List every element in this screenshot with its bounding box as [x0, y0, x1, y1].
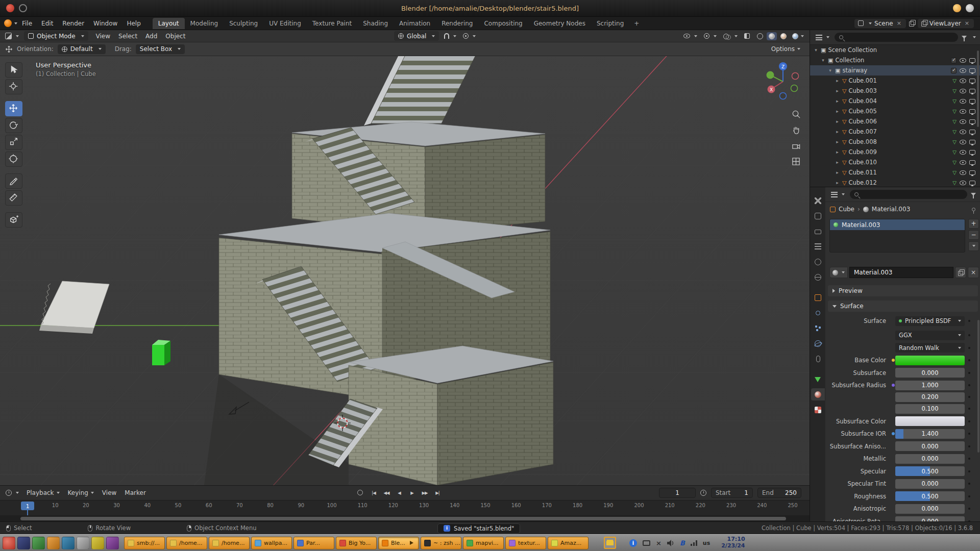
- window-menu-icon[interactable]: [19, 4, 27, 12]
- properties-search-input[interactable]: [850, 190, 967, 199]
- taskbar-button-zsh[interactable]: ~ : zsh ...: [421, 537, 461, 549]
- breadcrumb-material[interactable]: Material.003: [872, 206, 910, 213]
- hide-in-viewport-icon[interactable]: [960, 68, 966, 73]
- disable-in-viewports-icon[interactable]: [969, 99, 975, 104]
- options-dropdown[interactable]: Options: [767, 44, 804, 54]
- viewport-scene[interactable]: [0, 56, 810, 485]
- transform-tool-button[interactable]: [5, 152, 22, 167]
- disclosure-icon[interactable]: ▸: [835, 149, 840, 155]
- taskbar-button-home[interactable]: /home...: [166, 537, 207, 549]
- viewport-menu-view[interactable]: View: [92, 32, 114, 41]
- animate-dot[interactable]: [968, 359, 970, 361]
- app-launcher-icon-8[interactable]: [106, 537, 119, 549]
- tab-uv-editing[interactable]: UV Editing: [263, 18, 307, 29]
- scale-tool-button[interactable]: [5, 135, 22, 150]
- properties-tab-object-data[interactable]: [811, 373, 825, 385]
- properties-tab-constraints[interactable]: [811, 353, 825, 365]
- window-app-icon[interactable]: [6, 4, 14, 12]
- surface-section-header[interactable]: Surface: [828, 300, 978, 312]
- taskbar-button-mapvi[interactable]: mapvi...: [463, 537, 504, 549]
- properties-tab-tool[interactable]: [811, 194, 825, 207]
- tab-compositing[interactable]: Compositing: [478, 18, 528, 29]
- drag-setting-dropdown[interactable]: Select Box: [136, 44, 185, 54]
- hide-in-viewport-icon[interactable]: [960, 58, 966, 63]
- disclosure-icon[interactable]: ▸: [835, 129, 840, 134]
- disable-in-viewports-icon[interactable]: [969, 181, 975, 185]
- taskbar-button-wallpa[interactable]: wallpa...: [251, 537, 292, 549]
- outliner-scrollbar[interactable]: [977, 51, 979, 127]
- shading-wireframe-button[interactable]: [755, 32, 765, 40]
- taskbar-button-home[interactable]: /home...: [209, 537, 250, 549]
- overlays-toggle[interactable]: [722, 33, 739, 40]
- measure-tool-button[interactable]: [5, 190, 22, 206]
- viewlayer-selector[interactable]: ViewLayer ×: [918, 19, 974, 28]
- toggle-ortho-button[interactable]: [789, 155, 802, 168]
- tab-layout[interactable]: Layout: [153, 18, 185, 29]
- animate-dot[interactable]: [968, 408, 970, 410]
- properties-tab-material[interactable]: [811, 388, 825, 400]
- start-frame-field[interactable]: Start1: [711, 488, 753, 498]
- xray-toggle[interactable]: [743, 32, 751, 40]
- disable-in-viewports-icon[interactable]: [969, 130, 975, 134]
- tray-cut-icon[interactable]: ×: [656, 539, 662, 547]
- shading-rendered-button[interactable]: [790, 32, 806, 40]
- disable-in-viewports-icon[interactable]: [969, 160, 975, 165]
- play-button[interactable]: ▶: [407, 488, 417, 498]
- disclosure-icon[interactable]: ▸: [835, 78, 840, 83]
- animate-dot[interactable]: [968, 520, 970, 522]
- select-box-tool-button[interactable]: [5, 62, 22, 78]
- collection-checkbox[interactable]: [951, 68, 957, 73]
- next-keyframe-button[interactable]: ▶▶: [420, 488, 430, 498]
- collection-checkbox[interactable]: [951, 58, 957, 63]
- prop-widget-subsurface-aniso[interactable]: 0.000: [895, 441, 965, 451]
- tray-bluetooth-icon[interactable]: B: [680, 539, 685, 547]
- outliner-row-cube-007[interactable]: ▸▽Cube.007▽: [810, 127, 980, 137]
- animate-dot[interactable]: [968, 470, 970, 472]
- prop-widget-anisotropic-rota[interactable]: 0.000: [895, 516, 965, 521]
- tab-animation[interactable]: Animation: [394, 18, 436, 29]
- properties-tab-physics[interactable]: [811, 337, 825, 349]
- add-workspace-button[interactable]: +: [629, 19, 644, 28]
- gizmos-toggle[interactable]: [702, 32, 718, 40]
- disclosure-icon[interactable]: ▸: [835, 119, 840, 124]
- disable-in-viewports-icon[interactable]: [969, 119, 975, 124]
- tray-network-icon[interactable]: [691, 540, 697, 546]
- cursor-tool-button[interactable]: [5, 79, 22, 94]
- outliner-row-cube-003[interactable]: ▸▽Cube.003▽: [810, 86, 980, 96]
- prop-widget-roughness[interactable]: 0.500: [895, 491, 965, 501]
- disclosure-icon[interactable]: ▸: [835, 170, 840, 175]
- prop-widget-anisotropic[interactable]: 0.000: [895, 504, 965, 514]
- tray-info-icon[interactable]: i: [629, 539, 637, 547]
- color-swatch-subsurface-color[interactable]: [895, 416, 965, 426]
- decorator-dot[interactable]: [892, 359, 895, 362]
- jump-to-start-button[interactable]: |◀: [369, 488, 379, 498]
- taskbar-button-textur[interactable]: textur...: [505, 537, 546, 549]
- viewport-menu-add[interactable]: Add: [141, 32, 161, 41]
- prop-widget-metallic[interactable]: 0.000: [895, 454, 965, 464]
- decorator-dot[interactable]: [892, 432, 895, 435]
- decorator-dot[interactable]: [892, 384, 895, 387]
- current-frame-field[interactable]: 1: [659, 488, 696, 498]
- outliner-row-scene-collection[interactable]: ▾▣Scene Collection: [810, 45, 980, 55]
- properties-tab-particles[interactable]: [811, 322, 825, 334]
- menu-file[interactable]: File: [17, 18, 37, 29]
- prop-widget-specular-tint[interactable]: 0.000: [895, 479, 965, 489]
- properties-tab-modifiers[interactable]: [811, 307, 825, 319]
- outliner-row-cube-006[interactable]: ▸▽Cube.006▽: [810, 116, 980, 127]
- app-launcher-icon-2[interactable]: [17, 537, 30, 549]
- animate-dot[interactable]: [968, 347, 970, 349]
- taskbar-button-smb[interactable]: smb://...: [124, 537, 165, 549]
- blender-logo-icon[interactable]: [4, 19, 12, 27]
- prop-widget-sub-6[interactable]: 0.200: [895, 392, 965, 402]
- keyboard-layout-indicator[interactable]: us: [703, 540, 710, 546]
- disable-in-viewports-icon[interactable]: [969, 79, 975, 83]
- app-launcher-icon-1[interactable]: [3, 537, 15, 549]
- outliner-row-stairway[interactable]: ▾▣stairway: [810, 65, 980, 76]
- disable-in-viewports-icon[interactable]: [969, 170, 975, 175]
- slot-specials-button[interactable]: [968, 241, 979, 251]
- jump-to-end-button[interactable]: ▶|: [432, 488, 443, 498]
- properties-filter-icon[interactable]: [971, 193, 976, 196]
- animate-dot[interactable]: [968, 372, 970, 374]
- viewport-menu-object[interactable]: Object: [161, 32, 189, 41]
- move-tool-button[interactable]: [5, 101, 22, 116]
